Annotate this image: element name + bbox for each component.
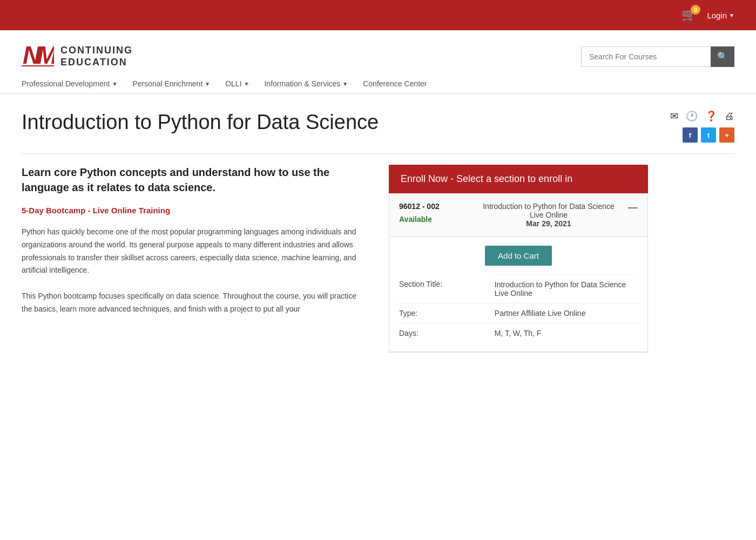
cart-button[interactable]: 🛒 0: [681, 8, 696, 22]
nav-olli[interactable]: OLLI ▼: [225, 79, 249, 88]
logo-line2: EDUCATION: [60, 57, 133, 69]
logo-line1: CONTINUING: [60, 45, 133, 57]
clock-icon[interactable]: 🕐: [686, 110, 698, 122]
nav-chevron-olli: ▼: [244, 81, 249, 87]
section-title-value: Introduction to Python for Data Science …: [495, 274, 638, 303]
detail-grid: Section Title: Introduction to Python fo…: [399, 274, 638, 343]
share-plus-button[interactable]: +: [719, 127, 734, 143]
top-bar: 🛒 0 Login ▼: [0, 0, 756, 30]
logo: N M CONTINUING EDUCATION: [22, 41, 133, 72]
search-input[interactable]: [581, 46, 711, 67]
days-label: Days:: [399, 323, 495, 343]
twitter-button[interactable]: t: [701, 127, 716, 143]
facebook-button[interactable]: f: [683, 127, 698, 143]
nav-label-personal-enrichment: Personal Enrichment: [132, 79, 202, 88]
section-title-text: Introduction to Python for Data Science …: [478, 202, 619, 219]
action-icons: ✉ 🕐 ❓ 🖨: [670, 110, 734, 122]
login-chevron-icon: ▼: [729, 12, 734, 18]
course-actions: ✉ 🕐 ❓ 🖨 f t +: [670, 110, 734, 143]
nav-professional-development[interactable]: Professional Development ▼: [22, 79, 117, 88]
nav-label-professional-development: Professional Development: [22, 79, 110, 88]
course-description-2: This Python bootcamp focuses specificall…: [22, 290, 367, 316]
enroll-header: Enroll Now - Select a section to enroll …: [389, 165, 648, 193]
course-summary: Learn core Python concepts and understan…: [22, 165, 367, 195]
section-date: Mar 29, 2021: [478, 219, 619, 228]
nav-label-information-services: Information & Services: [264, 79, 340, 88]
site-header: N M CONTINUING EDUCATION 🔍: [0, 30, 756, 72]
section-info-left: 96012 - 002 Available: [399, 202, 469, 224]
course-title: Introduction to Python for Data Science: [22, 110, 379, 135]
add-to-cart-button[interactable]: Add to Cart: [485, 246, 552, 266]
nav-chevron-personal-enrichment: ▼: [205, 81, 210, 87]
svg-text:M: M: [37, 41, 54, 68]
section-code: 96012 - 002: [399, 202, 469, 211]
section-table: 96012 - 002 Available Introduction to Py…: [389, 193, 648, 353]
nav-label-conference-center: Conference Center: [363, 79, 427, 88]
section-info-right: Introduction to Python for Data Science …: [478, 202, 619, 228]
nav-information-services[interactable]: Information & Services ▼: [264, 79, 348, 88]
section-detail-row: Add to Cart Section Title: Introduction …: [389, 237, 647, 352]
help-icon[interactable]: ❓: [705, 110, 717, 122]
nav-chevron-information-services: ▼: [342, 81, 348, 87]
login-label: Login: [707, 11, 727, 20]
email-icon[interactable]: ✉: [670, 110, 678, 122]
print-icon[interactable]: 🖨: [725, 111, 734, 122]
nav-bar: Professional Development ▼ Personal Enri…: [0, 72, 756, 94]
logo-nm: N M: [22, 41, 54, 72]
search-button[interactable]: 🔍: [711, 46, 734, 67]
main-content: Introduction to Python for Data Science …: [0, 94, 756, 369]
login-button[interactable]: Login ▼: [707, 11, 734, 20]
search-icon: 🔍: [717, 51, 728, 62]
type-value: Partner Affiliate Live Online: [495, 303, 638, 323]
nav-chevron-professional-development: ▼: [112, 81, 117, 87]
type-label: Type:: [399, 303, 495, 323]
section-available: Available: [399, 215, 469, 224]
nav-label-olli: OLLI: [225, 79, 241, 88]
section-collapse-icon[interactable]: —: [628, 202, 638, 213]
left-column: Learn core Python concepts and understan…: [22, 165, 367, 316]
nav-personal-enrichment[interactable]: Personal Enrichment ▼: [132, 79, 210, 88]
days-value: M, T, W, Th, F: [495, 323, 638, 343]
section-row: 96012 - 002 Available Introduction to Py…: [389, 193, 647, 237]
logo-text: CONTINUING EDUCATION: [60, 45, 133, 68]
search-area: 🔍: [581, 46, 734, 67]
right-column: Enroll Now - Select a section to enroll …: [389, 165, 648, 353]
nav-conference-center[interactable]: Conference Center: [363, 79, 427, 88]
course-description-1: Python has quickly become one of the mos…: [22, 226, 367, 277]
social-buttons: f t +: [683, 127, 734, 143]
section-title-label: Section Title:: [399, 274, 495, 303]
course-header: Introduction to Python for Data Science …: [22, 110, 734, 154]
bootcamp-label: 5-Day Bootcamp - Live Online Training: [22, 206, 367, 215]
cart-badge: 0: [691, 5, 700, 15]
two-column-layout: Learn core Python concepts and understan…: [22, 165, 734, 353]
